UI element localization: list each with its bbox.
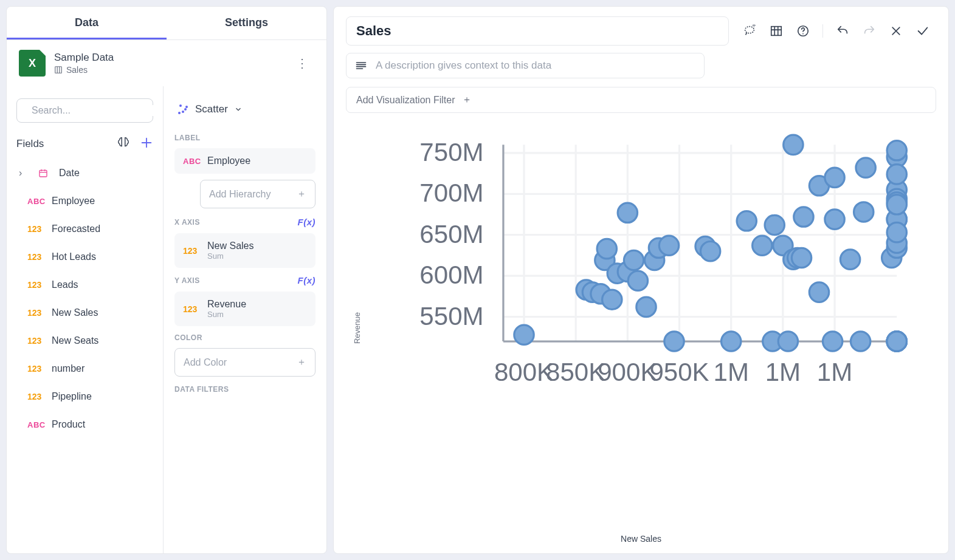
type-text-icon: ABC	[27, 197, 44, 206]
chart-type-selector[interactable]: Scatter	[174, 98, 315, 126]
field-date[interactable]: › Date	[16, 159, 153, 187]
excel-icon: X	[19, 50, 46, 77]
field-new-seats[interactable]: 123New Seats	[16, 327, 153, 355]
svg-point-84	[887, 165, 906, 184]
svg-text:1M: 1M	[817, 358, 852, 386]
svg-point-88	[887, 222, 906, 242]
svg-rect-5	[771, 27, 782, 36]
datasource-table: Sales	[66, 65, 88, 75]
section-data-filters: DATA FILTERS	[174, 385, 315, 394]
drop-agg: Sum	[207, 251, 253, 261]
svg-point-72	[854, 202, 874, 222]
tab-data[interactable]: Data	[7, 7, 167, 39]
section-label: LABEL	[174, 134, 315, 142]
svg-text:700M: 700M	[419, 179, 483, 207]
svg-point-53	[722, 332, 741, 351]
undo-icon[interactable]	[835, 24, 850, 38]
svg-point-65	[809, 282, 829, 302]
drop-agg: Sum	[207, 310, 246, 319]
svg-point-7	[802, 33, 804, 35]
help-icon[interactable]	[796, 24, 810, 38]
drop-field-name: Revenue	[207, 299, 246, 310]
chart-type-label: Scatter	[195, 103, 228, 115]
svg-point-55	[753, 236, 772, 255]
svg-point-40	[602, 290, 622, 309]
plus-icon: ＋	[462, 94, 472, 106]
field-employee[interactable]: ABCEmployee	[16, 187, 153, 215]
svg-text:850K: 850K	[546, 358, 605, 386]
add-field-button[interactable]	[140, 136, 153, 152]
type-number-icon: 123	[183, 246, 200, 256]
search-input[interactable]	[32, 105, 153, 116]
svg-point-73	[856, 158, 875, 177]
svg-point-70	[840, 250, 860, 269]
fx-button[interactable]: F(x)	[298, 217, 316, 227]
table-view-icon[interactable]	[769, 24, 784, 38]
type-text-icon: ABC	[27, 420, 44, 429]
ghost-label: Add Color	[184, 357, 227, 368]
add-hierarchy-button[interactable]: Add Hierarchy ＋	[200, 180, 315, 208]
svg-text:750M: 750M	[419, 138, 483, 166]
svg-text:600M: 600M	[419, 261, 483, 289]
fields-title: Fields	[16, 138, 44, 150]
type-number-icon: 123	[183, 304, 200, 314]
lasso-icon[interactable]: +	[742, 24, 757, 38]
svg-point-39	[597, 239, 616, 258]
svg-point-63	[791, 248, 811, 267]
scatter-icon	[177, 103, 189, 115]
svg-text:550M: 550M	[419, 302, 483, 330]
label-drop[interactable]: ABC Employee	[174, 148, 315, 174]
svg-point-68	[825, 168, 844, 187]
field-leads[interactable]: 123Leads	[16, 271, 153, 299]
plus-icon: ＋	[297, 356, 306, 369]
vis-title-input[interactable]: Sales	[346, 16, 729, 46]
field-label: Pipepline	[52, 391, 92, 402]
chevron-down-icon	[234, 105, 243, 114]
svg-point-57	[765, 215, 784, 234]
svg-point-61	[784, 135, 803, 154]
ai-fields-icon[interactable]	[117, 136, 130, 152]
type-number-icon: 123	[27, 308, 44, 318]
type-number-icon: 123	[27, 280, 44, 290]
field-new-sales[interactable]: 123New Sales	[16, 299, 153, 327]
svg-point-52	[700, 242, 720, 261]
close-icon[interactable]	[889, 24, 903, 38]
svg-point-44	[624, 250, 643, 270]
datasource-menu-button[interactable]: ⋮	[290, 52, 314, 74]
datasource-name: Sample Data	[54, 52, 114, 64]
field-pipeline[interactable]: 123Pipepline	[16, 383, 153, 411]
drop-field-name: Employee	[207, 155, 250, 166]
svg-rect-2	[40, 170, 47, 177]
svg-point-89	[887, 332, 906, 351]
svg-text:1M: 1M	[713, 358, 748, 386]
fx-button[interactable]: F(x)	[298, 275, 316, 285]
paragraph-icon	[355, 60, 367, 72]
scatter-chart[interactable]: 550M600M650M700M750M800K850K900K950K1M1M…	[346, 125, 936, 420]
xaxis-drop[interactable]: 123 New Sales Sum	[174, 233, 315, 268]
field-number[interactable]: 123number	[16, 355, 153, 383]
svg-point-34	[514, 325, 534, 344]
add-vis-filter-button[interactable]: Add Visualization Filter ＋	[346, 87, 936, 113]
yaxis-drop[interactable]: 123 Revenue Sum	[174, 292, 315, 326]
left-panel: Data Settings X Sample Data Sales ⋮	[6, 6, 327, 554]
svg-text:800K: 800K	[494, 358, 554, 386]
description-input[interactable]	[376, 60, 695, 72]
redo-icon[interactable]	[862, 24, 877, 38]
svg-text:900K: 900K	[598, 358, 657, 386]
field-product[interactable]: ABCProduct	[16, 411, 153, 439]
ghost-label: Add Hierarchy	[209, 189, 271, 200]
chart-area: Revenue 550M600M650M700M750M800K850K900K…	[346, 125, 936, 530]
svg-point-67	[822, 332, 842, 351]
field-hot-leads[interactable]: 123Hot Leads	[16, 243, 153, 271]
fields-search[interactable]	[16, 98, 153, 123]
field-forecasted[interactable]: 123Forecasted	[16, 215, 153, 243]
add-color-button[interactable]: Add Color ＋	[174, 348, 315, 377]
data-source-row: X Sample Data Sales ⋮	[7, 40, 326, 86]
field-label: number	[52, 363, 84, 374]
tab-settings[interactable]: Settings	[167, 7, 326, 39]
svg-rect-0	[55, 67, 62, 73]
svg-point-49	[659, 236, 678, 255]
section-xaxis: X AXISF(x)	[174, 217, 315, 227]
description-row[interactable]	[346, 53, 705, 78]
confirm-icon[interactable]	[915, 24, 930, 38]
